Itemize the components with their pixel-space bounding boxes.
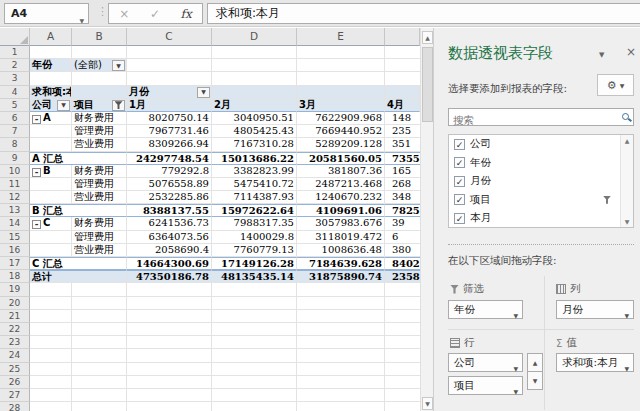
field-chip-column[interactable]: 月份 ▼ <box>556 300 634 319</box>
cell-F1[interactable] <box>385 46 420 59</box>
field-list-item-年份[interactable]: ✓年份 <box>449 154 633 173</box>
cell-D3[interactable] <box>212 72 297 85</box>
cell-F16[interactable]: 380 <box>385 244 420 257</box>
cell-F13[interactable]: 7825 <box>385 204 420 217</box>
cell-C4[interactable]: 月份▼ <box>127 86 212 99</box>
cell-B20[interactable] <box>72 297 127 310</box>
cell-F2[interactable] <box>385 59 420 72</box>
cell-E14[interactable]: 3057983.676 <box>297 217 385 230</box>
cell-B2[interactable]: (全部)▼ <box>72 59 127 72</box>
cell-C8[interactable]: 8309266.94 <box>127 138 212 151</box>
row-header-16[interactable]: 16 <box>0 244 30 257</box>
cell-C17[interactable]: 14664300.69 <box>127 257 212 270</box>
cell-D17[interactable]: 17149126.28 <box>212 257 297 270</box>
cell-D5[interactable]: 2月 <box>212 99 297 112</box>
cell-E9[interactable]: 20581560.05 <box>297 152 385 165</box>
cell-E10[interactable]: 381807.36 <box>297 165 385 178</box>
cell-F23[interactable] <box>385 336 420 349</box>
select-all-corner[interactable] <box>0 28 30 46</box>
cell-D1[interactable] <box>212 46 297 59</box>
cell-C24[interactable] <box>127 349 212 362</box>
cell-D10[interactable]: 3382823.99 <box>212 165 297 178</box>
cell-E8[interactable]: 5289209.128 <box>297 138 385 151</box>
row-header-11[interactable]: 11 <box>0 178 30 191</box>
row-header-15[interactable]: 15 <box>0 231 30 244</box>
cell-F12[interactable]: 348 <box>385 191 420 204</box>
cell-F11[interactable]: 268 <box>385 178 420 191</box>
cell-B27[interactable] <box>72 389 127 402</box>
cell-E15[interactable]: 3118019.472 <box>297 231 385 244</box>
spin-up-icon[interactable]: ▲ <box>527 353 543 372</box>
cell-E21[interactable] <box>297 310 385 323</box>
chevron-down-icon[interactable]: ▼ <box>513 360 518 377</box>
column-header-A[interactable]: A <box>30 28 72 46</box>
chevron-down-icon[interactable]: ▼ <box>513 383 518 400</box>
cell-C6[interactable]: 8020750.14 <box>127 112 212 125</box>
cell-A7[interactable] <box>30 125 72 138</box>
cell-F21[interactable] <box>385 310 420 323</box>
row-header-22[interactable]: 22 <box>0 323 30 336</box>
cell-C12[interactable]: 2532285.86 <box>127 191 212 204</box>
row-header-6[interactable]: 6 <box>0 112 30 125</box>
field-list-item-公司[interactable]: ✓公司 <box>449 135 633 154</box>
cell-A8[interactable] <box>30 138 72 151</box>
cell-B11[interactable]: 管理费用 <box>72 178 127 191</box>
cell-B4[interactable] <box>72 86 127 99</box>
cell-B24[interactable] <box>72 349 127 362</box>
field-chip-row-1[interactable]: 公司 ▼ <box>448 353 523 372</box>
cell-E2[interactable] <box>297 59 385 72</box>
checkbox-icon[interactable]: ✓ <box>454 213 465 224</box>
cell-C15[interactable]: 6364073.56 <box>127 231 212 244</box>
row-header-26[interactable]: 26 <box>0 376 30 389</box>
cell-C26[interactable] <box>127 376 212 389</box>
cell-F22[interactable] <box>385 323 420 336</box>
cell-A28[interactable] <box>30 402 72 411</box>
collapse-button[interactable]: - <box>32 220 41 229</box>
cell-C1[interactable] <box>127 46 212 59</box>
field-chip-filter[interactable]: 年份 ▼ <box>448 300 523 319</box>
cell-C21[interactable] <box>127 310 212 323</box>
cell-A5[interactable]: 公司▼ <box>30 99 72 112</box>
cell-F15[interactable]: 6 <box>385 231 420 244</box>
cell-A10[interactable]: -B <box>30 165 72 178</box>
cancel-icon[interactable]: × <box>119 7 129 21</box>
cell-F4[interactable] <box>385 86 420 99</box>
cell-F7[interactable]: 235 <box>385 125 420 138</box>
chevron-down-icon[interactable]: ▼ <box>624 307 629 324</box>
cell-F9[interactable]: 7355 <box>385 152 420 165</box>
cell-E12[interactable]: 1240670.232 <box>297 191 385 204</box>
cell-B25[interactable] <box>72 363 127 376</box>
row-header-12[interactable]: 12 <box>0 191 30 204</box>
cell-A1[interactable] <box>30 46 72 59</box>
formula-input[interactable]: 求和项:本月 <box>207 3 640 24</box>
project-filter-dropdown[interactable] <box>112 100 125 111</box>
name-box[interactable]: A4 ▼ <box>4 3 89 24</box>
cell-C28[interactable] <box>127 402 212 411</box>
cell-A17[interactable]: C 汇总 <box>30 257 127 270</box>
cell-A2[interactable]: 年份 <box>30 59 72 72</box>
cell-B7[interactable]: 管理费用 <box>72 125 127 138</box>
row-header-4[interactable]: 4 <box>0 86 30 99</box>
cell-B23[interactable] <box>72 336 127 349</box>
cell-E27[interactable] <box>297 389 385 402</box>
cell-D4[interactable] <box>212 86 297 99</box>
row-header-10[interactable]: 10 <box>0 165 30 178</box>
cell-C16[interactable]: 2058690.4 <box>127 244 212 257</box>
cell-D22[interactable] <box>212 323 297 336</box>
cell-F25[interactable] <box>385 363 420 376</box>
cell-E26[interactable] <box>297 376 385 389</box>
cell-C22[interactable] <box>127 323 212 336</box>
cell-B19[interactable] <box>72 283 127 296</box>
cell-A11[interactable] <box>30 178 72 191</box>
cell-A16[interactable] <box>30 244 72 257</box>
row-header-20[interactable]: 20 <box>0 297 30 310</box>
cell-D20[interactable] <box>212 297 297 310</box>
column-header-E[interactable]: E <box>297 28 385 46</box>
vertical-scrollbar[interactable]: ▲ ▼ <box>420 28 433 411</box>
cell-D11[interactable]: 5475410.72 <box>212 178 297 191</box>
checkbox-icon[interactable]: ✓ <box>454 194 465 205</box>
cell-F5[interactable]: 4月 <box>385 99 420 112</box>
row-header-1[interactable]: 1 <box>0 46 30 59</box>
cell-B6[interactable]: 财务费用 <box>72 112 127 125</box>
column-header-C[interactable]: C <box>127 28 212 46</box>
